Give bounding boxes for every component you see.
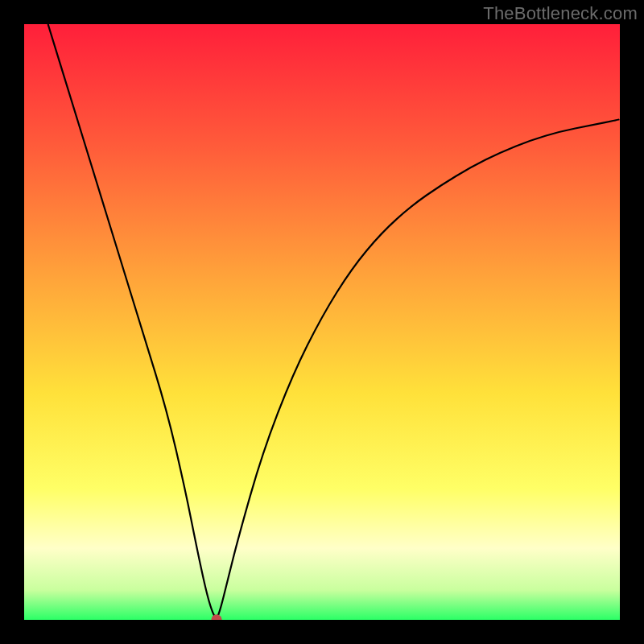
gradient-background — [24, 24, 620, 620]
plot-group — [24, 24, 620, 625]
chart-svg — [0, 0, 644, 644]
watermark-text: TheBottleneck.com — [483, 3, 638, 24]
chart-frame: TheBottleneck.com — [0, 0, 644, 644]
